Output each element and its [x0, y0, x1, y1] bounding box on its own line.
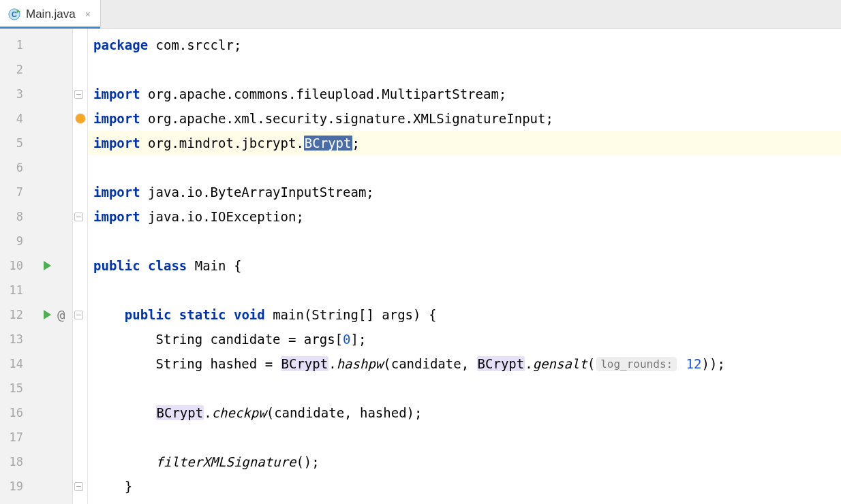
tab-filename: Main.java [26, 7, 76, 21]
code-line[interactable]: filterXMLSignature(); [88, 450, 841, 474]
usage-highlight: BCrypt [156, 405, 204, 420]
code-line[interactable]: String candidate = args[0]; [88, 327, 841, 351]
code-line[interactable] [88, 425, 841, 450]
line-number[interactable]: 15 [0, 381, 27, 395]
code-line[interactable]: import org.apache.commons.fileupload.Mul… [88, 82, 841, 106]
fold-icon[interactable] [74, 90, 83, 99]
code-line[interactable] [88, 57, 841, 82]
code-line[interactable]: String hashed = BCrypt.hashpw(candidate,… [88, 351, 841, 376]
code-line[interactable]: import java.io.ByteArrayInputStream; [88, 180, 841, 204]
java-class-icon: C [8, 8, 20, 20]
gutter[interactable]: 1 2 3 4 5 6 7 8 9 10 11 12@ 13 14 15 16 … [0, 29, 73, 504]
line-number[interactable]: 13 [0, 332, 27, 346]
code-line[interactable]: package com.srcclr; [88, 33, 841, 57]
override-icon[interactable]: @ [57, 307, 65, 322]
code-line[interactable]: } [88, 474, 841, 499]
code-line[interactable]: import org.apache.xml.security.signature… [88, 106, 841, 131]
line-number[interactable]: 2 [0, 63, 27, 76]
fold-icon[interactable] [74, 212, 83, 221]
line-number[interactable]: 14 [0, 357, 27, 371]
line-number[interactable]: 16 [0, 406, 27, 420]
code-line[interactable]: public class Main { [88, 253, 841, 278]
warning-icon[interactable] [76, 114, 85, 123]
line-number[interactable]: 17 [0, 430, 27, 444]
line-number[interactable]: 3 [0, 87, 27, 101]
usage-highlight: BCrypt [281, 356, 329, 371]
line-number[interactable]: 5 [0, 136, 27, 150]
line-number[interactable]: 1 [0, 38, 27, 52]
parameter-hint: log_rounds: [596, 357, 677, 371]
usage-highlight: BCrypt [477, 356, 525, 371]
line-number[interactable]: 18 [0, 455, 27, 469]
gutter-fold-area[interactable] [73, 29, 88, 504]
run-icon[interactable] [44, 261, 51, 270]
run-icon[interactable] [44, 310, 51, 319]
close-icon[interactable]: × [85, 9, 91, 20]
line-number[interactable]: 7 [0, 185, 27, 199]
code-line[interactable] [88, 376, 841, 400]
line-number[interactable]: 6 [0, 161, 27, 174]
line-number[interactable]: 11 [0, 283, 27, 297]
line-number[interactable]: 8 [0, 210, 27, 223]
fold-icon[interactable] [74, 482, 83, 491]
code-line[interactable]: public static void main(String[] args) { [88, 302, 841, 327]
code-line[interactable] [88, 155, 841, 180]
tab-bar: C Main.java × [0, 0, 841, 29]
fold-icon[interactable] [74, 311, 83, 319]
code-line[interactable]: BCrypt.checkpw(candidate, hashed); [88, 400, 841, 425]
code-line[interactable] [88, 229, 841, 253]
svg-text:C: C [12, 10, 17, 18]
line-number[interactable]: 10 [0, 259, 27, 272]
line-number[interactable]: 4 [0, 112, 27, 125]
code-line[interactable]: import java.io.IOException; [88, 204, 841, 229]
code-area[interactable]: package com.srcclr; import org.apache.co… [88, 29, 841, 504]
tab-main-java[interactable]: C Main.java × [0, 0, 101, 28]
line-number[interactable]: 9 [0, 234, 27, 248]
editor: 1 2 3 4 5 6 7 8 9 10 11 12@ 13 14 15 16 … [0, 29, 841, 504]
selection: BCrypt [304, 136, 352, 151]
line-number[interactable]: 12 [0, 308, 27, 321]
line-number[interactable]: 19 [0, 479, 27, 493]
code-line-current[interactable]: import org.mindrot.jbcrypt.BCrypt; [88, 131, 841, 155]
code-line[interactable] [88, 278, 841, 302]
